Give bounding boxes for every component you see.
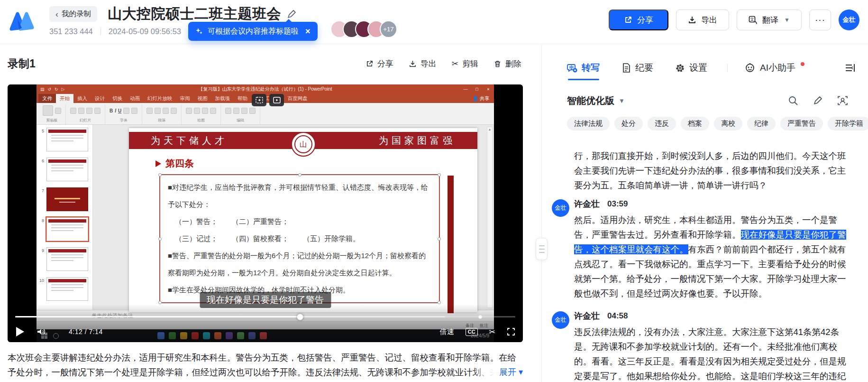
slide-heading-text: 第四条 xyxy=(165,157,194,170)
ppt-window-title: 【复习版】山东大学学生违纪处分办法（试行）(1) - PowerPoint xyxy=(198,86,332,93)
participants-more-count[interactable]: +17 xyxy=(380,20,397,38)
captions-button[interactable]: CC xyxy=(466,328,478,336)
transcribe-icon xyxy=(567,63,577,73)
slide-text-line: （三）记过； （四）留校察看； （五）开除学籍。 xyxy=(168,230,431,247)
participants-avatars[interactable]: +17 xyxy=(330,20,397,38)
ppt-ribbon-group: BIU字体 xyxy=(105,104,142,124)
progress-handle[interactable] xyxy=(297,314,303,320)
slide-number: 10 xyxy=(37,277,44,283)
tab-settings[interactable]: 设置 xyxy=(675,56,707,80)
download-icon xyxy=(688,16,696,24)
restore-icon: □ xyxy=(471,87,483,92)
recording-actions: 分享 导出 ✂ 剪辑 删除 xyxy=(365,58,521,69)
notification-dot xyxy=(801,62,804,66)
ppt-menu-tab: 百度网盘 xyxy=(284,94,311,103)
tooltip-text: 可根据会议内容推荐标题啦 xyxy=(208,27,299,37)
slide-band-right-text: 为国家图富强 xyxy=(379,134,456,147)
keyword-tag[interactable]: 处分 xyxy=(614,117,643,130)
slide-thumbnail[interactable] xyxy=(46,277,88,301)
keyword-tag[interactable]: 纪律 xyxy=(747,117,776,130)
tab-minutes[interactable]: 纪要 xyxy=(621,56,653,80)
tab-ai-assistant[interactable]: AI小助手 xyxy=(745,56,804,80)
trash-icon xyxy=(493,60,502,68)
ppt-ribbon-group-label: 幻灯片 xyxy=(70,119,101,123)
timestamp-link[interactable]: 04:58 xyxy=(607,311,628,321)
transcript-text-segment: 违反法律法规的，没有办法，大家注意。大家注意下这第41条第42条是。无跨课和不参… xyxy=(574,327,846,381)
translate-button[interactable]: 文 翻译 ▼ xyxy=(737,9,802,30)
slide-thumbnail[interactable] xyxy=(46,158,88,181)
ppt-ribbon-group: 段落 xyxy=(142,104,182,124)
ppt-menu-tab: 插入 xyxy=(73,94,91,103)
screenshot-clip-button[interactable] xyxy=(252,94,266,106)
speaker-avatar: 金壮 xyxy=(552,199,569,217)
more-actions-button[interactable]: ··· xyxy=(809,9,831,30)
svg-text:文: 文 xyxy=(750,17,754,22)
tab-transcribe[interactable]: 转写 xyxy=(567,56,600,80)
ppt-ribbon-group-label: 剪贴板 xyxy=(43,119,61,123)
ppt-titlebar: ▤↺↻▷ 【复习版】山东大学学生违纪处分办法（试行）(1) - PowerPoi… xyxy=(37,84,494,94)
tooltip-close-icon[interactable]: × xyxy=(305,27,311,37)
search-button[interactable] xyxy=(788,95,798,106)
version-dropdown[interactable]: 智能优化版 xyxy=(567,94,614,107)
keyword-tag[interactable]: 法律法规 xyxy=(567,117,610,130)
slide-text-line: 察看期即为处分期，一般为12个月。处分期自处分决定生效之日起计算。 xyxy=(168,264,431,281)
share-icon xyxy=(365,60,374,68)
ai-assistant-icon xyxy=(745,63,756,73)
chevron-down-icon: ▼ xyxy=(619,97,625,104)
share-icon xyxy=(624,16,632,24)
recording-delete-button[interactable]: 删除 xyxy=(493,58,521,69)
panel-resize-handle[interactable] xyxy=(536,238,548,260)
back-button[interactable]: ‹ 我的录制 xyxy=(49,6,97,22)
university-seal: 山 xyxy=(291,132,316,157)
slide-thumbnail-row: 10 xyxy=(37,277,92,301)
keyword-tag[interactable]: 开除学籍 xyxy=(828,117,868,130)
timeline-marker xyxy=(479,315,482,318)
speaker-identify-button[interactable] xyxy=(837,95,848,106)
recording-share-button[interactable]: 分享 xyxy=(365,58,393,69)
title-suggestion-tooltip: 可根据会议内容推荐标题啦 × xyxy=(188,22,318,41)
keyword-tag[interactable]: 严重警告 xyxy=(780,117,823,130)
close-icon: × xyxy=(483,87,494,92)
timestamp-link[interactable]: 03:59 xyxy=(607,199,628,209)
edit-transcript-button[interactable] xyxy=(813,95,823,106)
slide-band-left-text: 为天下储人才 xyxy=(151,134,228,147)
share-button[interactable]: 分享 xyxy=(609,9,668,30)
speaker-name: 许金壮 xyxy=(574,310,600,322)
slide-thumbnail[interactable] xyxy=(46,128,88,151)
ppt-current-slide: 为天下储人才 为国家图富强 山 第四条 xyxy=(129,128,477,312)
ppt-menu-tab: 帮助 xyxy=(234,94,251,103)
slide-text-line: ■警告、严重警告的处分期一般为6个月；记过的处分期一般为12个月；留校察看的 xyxy=(168,247,431,264)
selection-handle xyxy=(158,237,162,241)
transcript-entry-header: 许金壮04:58 xyxy=(574,310,868,322)
slide-thumbnail[interactable] xyxy=(46,187,88,211)
slide-thumbnail[interactable] xyxy=(46,247,88,271)
tab-label: 设置 xyxy=(689,62,707,74)
video-player[interactable]: ▤↺↻▷ 【复习版】山东大学学生违纪处分办法（试行）(1) - PowerPoi… xyxy=(8,84,523,342)
play-button[interactable] xyxy=(16,327,24,336)
edit-title-icon[interactable] xyxy=(287,9,296,19)
collapse-panel-button[interactable] xyxy=(844,63,856,73)
slide-thumbnail[interactable] xyxy=(46,217,88,241)
recording-clip-button[interactable]: ✂ 剪辑 xyxy=(452,58,478,69)
ppt-slide-canvas: 为天下储人才 为国家图富强 山 第四条 xyxy=(93,125,494,310)
fullscreen-button[interactable] xyxy=(507,327,515,336)
player-float-tools xyxy=(252,94,284,106)
export-button[interactable]: 导出 xyxy=(676,9,729,30)
keyword-tag[interactable]: 离校 xyxy=(714,117,742,130)
playback-speed-button[interactable]: 倍速 xyxy=(440,327,454,336)
keyword-tag[interactable]: 档案 xyxy=(681,117,709,130)
keyword-tag[interactable]: 违反 xyxy=(648,117,676,130)
ppt-ribbon-group-label: 编辑 xyxy=(225,119,256,123)
clip-scissors-button[interactable]: ✂ xyxy=(489,327,495,336)
header-actions: 分享 导出 文 翻译 ▼ ··· 金壮 xyxy=(609,9,859,30)
speaker-identify-icon xyxy=(837,95,848,106)
minutes-doc-icon xyxy=(621,63,631,73)
expand-summary-link[interactable]: 展开 ▾ xyxy=(471,365,523,380)
progress-bar[interactable] xyxy=(15,316,515,317)
recording-export-button[interactable]: 导出 xyxy=(409,58,437,69)
video-clip-button[interactable] xyxy=(269,94,284,106)
meeting-recording-page: ‹ 我的录制 山大控院硕士二班主题班会 351 233 444 2024-05-… xyxy=(0,0,868,382)
user-avatar[interactable]: 金壮 xyxy=(839,9,859,30)
volume-button[interactable] xyxy=(37,327,46,336)
transcript-version-row: 智能优化版 ▼ xyxy=(567,93,848,109)
